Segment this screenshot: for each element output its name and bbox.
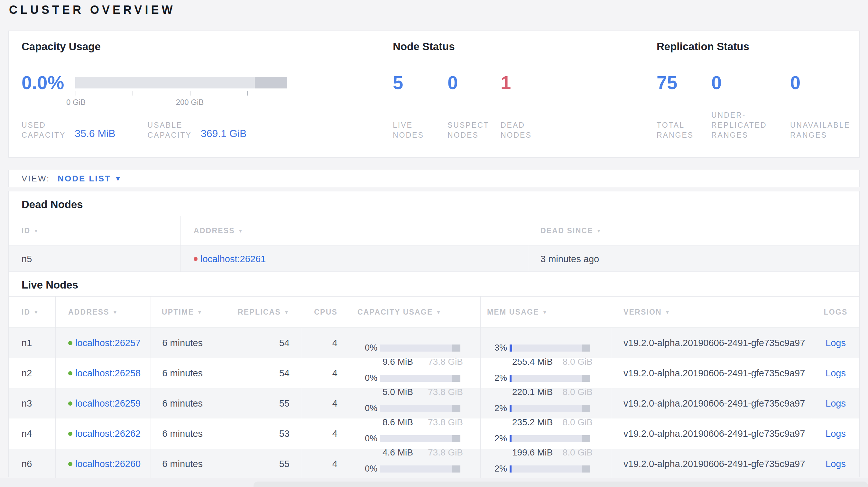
node-uptime: 6 minutes [151,449,222,479]
live-node-dot-icon [68,371,72,376]
node-address: localhost:26260 [55,449,151,479]
logs-link[interactable]: Logs [826,459,846,469]
col-cpus[interactable]: CPUS [302,297,351,327]
node-address-link[interactable]: localhost:26262 [75,428,141,439]
sort-desc-icon: ▼ [284,310,289,315]
view-bar: VIEW: NODE LIST ▾ [8,170,860,187]
capacity-percent: 0.0% [22,73,75,93]
node-replicas: 55 [222,388,302,419]
logs-link[interactable]: Logs [826,428,846,439]
node-replicas: 54 [222,358,302,388]
sort-desc-icon: ▼ [197,310,203,315]
logs-link[interactable]: Logs [826,368,846,379]
node-id: n6 [9,449,55,479]
dead-node-row: n5 localhost:26261 3 minutes ago [9,246,859,272]
usable-capacity-value: 369.1 GiB [201,128,246,140]
col-address[interactable]: ADDRESS ▼ [55,297,151,327]
col-capacity-usage[interactable]: CAPACITY USAGE ▼ [351,297,480,327]
logs-link[interactable]: Logs [826,338,846,348]
live-node-dot-icon [68,432,72,436]
node-status-labels: LIVE NODES SUSPECT NODES DEAD NODES [393,110,571,140]
node-cpus: 4 [302,328,351,358]
sort-desc-icon: ▼ [542,310,548,315]
node-address-link[interactable]: localhost:26258 [75,368,141,379]
sort-desc-icon: ▼ [33,228,39,233]
node-capacity-usage: 0% 7.8 MiB73.8 GiB [351,449,480,479]
node-address-link[interactable]: localhost:26257 [75,338,141,348]
node-replicas: 54 [222,328,302,358]
node-version: v19.2.0-alpha.20190606-2491-gfe735c9a97 [611,328,812,358]
col-version[interactable]: VERSION ▼ [611,297,812,327]
capacity-cell-bar [380,465,460,473]
node-capacity-usage: 0% 8.6 MiB73.8 GiB [351,388,480,419]
mem-cell-bar [509,375,590,382]
node-version: v19.2.0-alpha.20190606-2491-gfe735c9a97 [611,358,812,388]
capacity-bar-segment [255,77,287,89]
live-node-row: n6 localhost:26260 6 minutes 55 4 0% 7.8… [9,449,859,479]
col-id[interactable]: ID ▼ [9,297,55,327]
node-cpus: 4 [302,388,351,419]
total-ranges-label: TOTAL RANGES [657,110,711,140]
node-id: n2 [9,358,55,388]
node-replicas: 53 [222,419,302,449]
usable-capacity-stat: USABLE CAPACITY 369.1 GiB [148,110,247,140]
col-uptime[interactable]: UPTIME ▼ [151,297,222,327]
node-mem-usage: 2% 235.2 MiB8.0 GiB [480,388,611,419]
dead-nodes-table-header: ID ▼ ADDRESS ▼ DEAD SINCE ▼ [9,216,859,246]
node-address: localhost:26258 [55,358,151,388]
dead-col-address[interactable]: ADDRESS ▼ [181,216,528,245]
suspect-nodes-label: SUSPECT NODES [447,110,501,140]
capacity-usage-section: Capacity Usage 0.0% 0 GiB 200 GiB [22,40,375,53]
live-node-row: n1 localhost:26257 6 minutes 54 4 0% 9.6… [9,328,859,358]
node-address-link[interactable]: localhost:26260 [75,459,141,469]
dead-col-id[interactable]: ID ▼ [9,216,181,245]
used-capacity-stat: USED CAPACITY 35.6 MiB [22,110,116,140]
node-uptime: 6 minutes [151,358,222,388]
live-nodes-count: 5 [393,73,447,93]
under-replicated-count: 0 [711,73,790,93]
node-logs: Logs [812,328,859,358]
col-replicas[interactable]: REPLICAS ▼ [222,297,302,327]
axis-tick [190,91,190,96]
dead-nodes-label: DEAD NODES [501,110,571,140]
view-dropdown-value[interactable]: NODE LIST [58,174,111,184]
caret-down-icon: ▾ [116,174,121,183]
dead-node-address: localhost:26261 [181,246,528,271]
dead-node-dot-icon [194,257,197,261]
node-address-link[interactable]: localhost:26259 [75,398,141,409]
capacity-bar-chart: 0 GiB 200 GiB [75,73,287,115]
node-status-numbers: 5 0 1 [393,73,571,93]
node-status-heading: Node Status [393,40,637,53]
col-logs: LOGS [812,297,859,327]
node-address: localhost:26257 [55,328,151,358]
logs-link[interactable]: Logs [826,398,846,409]
view-dropdown[interactable]: NODE LIST ▾ [58,174,121,184]
unavailable-ranges-count: 0 [790,73,864,93]
node-address: localhost:26262 [55,419,151,449]
replication-status-section: Replication Status 75 0 0 TOTAL RANGES U… [657,40,856,53]
replication-status-heading: Replication Status [657,40,856,53]
nodes-content-card: Dead Nodes ID ▼ ADDRESS ▼ DEAD SINCE ▼ n… [8,191,860,477]
node-logs: Logs [812,388,859,419]
live-node-row: n2 localhost:26258 6 minutes 54 4 0% 5.0… [9,358,859,388]
col-mem-usage[interactable]: MEM USAGE ▼ [480,297,611,327]
node-mem-usage: 2% 225.5 MiB8.0 GiB [480,449,611,479]
dead-nodes-heading: Dead Nodes [9,191,859,216]
live-nodes-heading: Live Nodes [9,272,859,296]
mem-cell-bar [509,435,590,442]
node-logs: Logs [812,449,859,479]
capacity-cell-bar [380,405,460,412]
used-capacity-label: USED CAPACITY [22,110,66,140]
dead-node-address-link[interactable]: localhost:26261 [200,254,266,264]
node-version: v19.2.0-alpha.20190606-2491-gfe735c9a97 [611,388,812,419]
summary-card: Capacity Usage 0.0% 0 GiB 200 GiB [8,31,860,158]
node-version: v19.2.0-alpha.20190606-2491-gfe735c9a97 [611,449,812,479]
dead-node-dead-since: 3 minutes ago [528,246,859,271]
node-cpus: 4 [302,358,351,388]
node-mem-usage: 2% 199.6 MiB8.0 GiB [480,419,611,449]
dead-col-dead-since[interactable]: DEAD SINCE ▼ [528,216,859,245]
sort-desc-icon: ▼ [596,228,602,233]
axis-tick [132,91,133,96]
axis-tick [247,91,248,96]
replication-numbers: 75 0 0 [657,73,864,93]
